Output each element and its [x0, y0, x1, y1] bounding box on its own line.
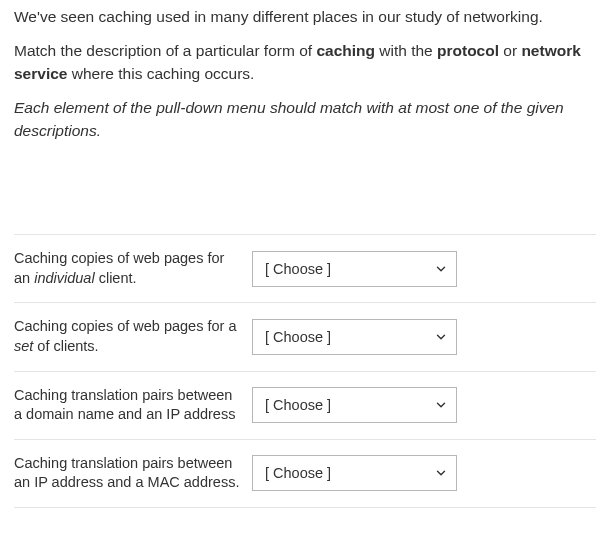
intro-p2-e: or	[499, 42, 521, 59]
match-description: Caching copies of web pages for an indiv…	[14, 249, 252, 288]
match-description: Caching translation pairs between a doma…	[14, 386, 252, 425]
desc-text-a: Caching translation pairs between a doma…	[14, 387, 235, 423]
desc-text-a: Caching translation pairs between an IP …	[14, 455, 239, 491]
intro-p2-d: protocol	[437, 42, 499, 59]
question-intro: We've seen caching used in many differen…	[14, 6, 596, 142]
chevron-down-icon	[434, 398, 448, 412]
chevron-down-icon	[434, 466, 448, 480]
intro-paragraph-1: We've seen caching used in many differen…	[14, 6, 596, 28]
desc-text-it: set	[14, 338, 33, 354]
spacer	[14, 154, 596, 234]
dropdown-value: [ Choose ]	[265, 465, 331, 481]
match-row: Caching translation pairs between an IP …	[14, 440, 596, 508]
matching-rows: Caching copies of web pages for an indiv…	[14, 234, 596, 508]
dropdown-value: [ Choose ]	[265, 261, 331, 277]
match-row: Caching translation pairs between a doma…	[14, 372, 596, 440]
intro-p2-c: with the	[375, 42, 437, 59]
desc-text-b: of clients.	[33, 338, 98, 354]
choose-dropdown[interactable]: [ Choose ]	[252, 251, 457, 287]
intro-p2-b: caching	[316, 42, 375, 59]
desc-text-a: Caching copies of web pages for a	[14, 318, 236, 334]
intro-p2-g: where this caching occurs.	[67, 65, 254, 82]
match-row: Caching copies of web pages for a set of…	[14, 303, 596, 371]
match-row: Caching copies of web pages for an indiv…	[14, 235, 596, 303]
match-description: Caching translation pairs between an IP …	[14, 454, 252, 493]
intro-paragraph-2: Match the description of a particular fo…	[14, 40, 596, 85]
intro-p1-text: We've seen caching used in many differen…	[14, 8, 543, 25]
desc-text-it: individual	[34, 270, 94, 286]
choose-dropdown[interactable]: [ Choose ]	[252, 455, 457, 491]
desc-text-b: client.	[95, 270, 137, 286]
choose-dropdown[interactable]: [ Choose ]	[252, 387, 457, 423]
intro-paragraph-3: Each element of the pull-down menu shoul…	[14, 97, 596, 142]
question-page: We've seen caching used in many differen…	[0, 0, 610, 508]
choose-dropdown[interactable]: [ Choose ]	[252, 319, 457, 355]
dropdown-value: [ Choose ]	[265, 329, 331, 345]
chevron-down-icon	[434, 330, 448, 344]
intro-p3-text: Each element of the pull-down menu shoul…	[14, 99, 564, 138]
match-description: Caching copies of web pages for a set of…	[14, 317, 252, 356]
chevron-down-icon	[434, 262, 448, 276]
dropdown-value: [ Choose ]	[265, 397, 331, 413]
intro-p2-a: Match the description of a particular fo…	[14, 42, 316, 59]
